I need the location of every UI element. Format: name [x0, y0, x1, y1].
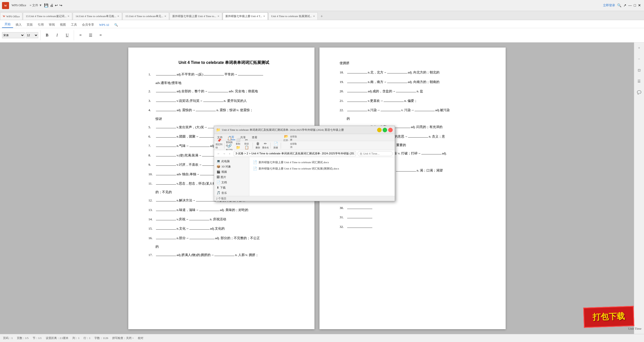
tab-5-active[interactable]: 新外研版七年级上册 Unit 4 T... ✕: [223, 12, 268, 20]
tab-6[interactable]: Unit 4 Time to celebrate 拓展测试... ✕: [268, 12, 318, 20]
redo-icon[interactable]: ↪: [59, 3, 62, 8]
tab-wps-home[interactable]: W WPS Office: [0, 12, 22, 20]
q22-cont: 的: [340, 116, 491, 121]
ribbon-tab-review[interactable]: 审阅: [46, 22, 57, 28]
status-jiaodui: 校对: [138, 336, 143, 340]
ribbon-tab-reference[interactable]: 引用: [35, 22, 46, 28]
menu-file[interactable]: ≡ 文件 ▼: [29, 3, 43, 8]
fe-delete-btn[interactable]: 🗑 删除: [254, 142, 261, 149]
fe-up-btn[interactable]: ↑: [227, 151, 232, 156]
fe-sep-3: [270, 143, 271, 149]
close-icon[interactable]: ✕: [638, 3, 641, 8]
promo-badge[interactable]: 打包下载: [583, 306, 634, 328]
blank-15a: [156, 229, 176, 230]
italic-button[interactable]: I: [53, 32, 62, 38]
share-icon[interactable]: ↗: [623, 3, 626, 8]
fe-sidebar: 💻 此电脑 📦 3D 对象 🎬 视频 🖼 图片 📄 文档 ⬇ 下载: [214, 157, 249, 196]
fe-rename-btn[interactable]: ✏ 重命名: [262, 142, 269, 149]
fe-new-btn[interactable]: 📄 新建: [272, 142, 279, 149]
font-size-select[interactable]: 12: [26, 32, 38, 38]
fe-sidebar-video[interactable]: 🎬 视频: [215, 169, 248, 175]
fe-file-count: 2 个项目: [216, 197, 226, 200]
fe-copy-btn[interactable]: ⬜ 复制: [234, 138, 242, 145]
question-17: 17. adj.挤满人(物)的;拥挤的→n. 人群/v. 拥挤；: [148, 252, 299, 258]
fe-sep-1: [224, 143, 224, 149]
file-item-1[interactable]: 📄 新外研版七年级上册 Unit 4 Time to celebrate 词汇测…: [251, 159, 393, 165]
ribbon-tab-wpsai[interactable]: WPS AI: [97, 22, 112, 28]
fe-sidebar-pic[interactable]: 🖼 图片: [215, 175, 248, 180]
ribbon-tab-home[interactable]: 开始: [2, 21, 13, 28]
ribbon-tab-tools[interactable]: 工具: [68, 22, 79, 28]
page-1-title: Unit 4 Time to celebrate 单词表单词词汇拓展测试: [148, 60, 299, 65]
question-22: 22. n.污染→v. 污染→adj.被污染: [340, 107, 491, 113]
align-left-button[interactable]: ≡: [76, 32, 85, 38]
ribbon-tab-page[interactable]: 页面: [24, 22, 35, 28]
blank-15b: [189, 229, 210, 230]
search-icon[interactable]: 🔍: [617, 3, 621, 8]
blank-14a: [156, 220, 176, 220]
fe-nav-buttons: ← → ↑: [216, 151, 232, 156]
sidebar-zoom-in[interactable]: +: [636, 45, 643, 52]
ribbon-tab-view[interactable]: 视图: [57, 22, 68, 28]
fe-sidebar-3d[interactable]: 📦 3D 对象: [215, 164, 248, 169]
question-4: 4. adj. 震惊的→n. 震惊；惊讶/v. 使震惊；: [148, 107, 299, 113]
file1-name: 新外研版七年级上册 Unit 4 Time to celebrate 词汇测试.…: [259, 160, 329, 164]
page2-header: 使拥挤: [340, 60, 491, 66]
print-icon[interactable]: 🖨: [50, 4, 53, 8]
add-tab-button[interactable]: +: [318, 13, 325, 20]
status-settings: 设置距离：2.5厘米: [46, 336, 69, 340]
fe-select-all-btn[interactable]: 全部选择: [290, 135, 297, 142]
save-icon[interactable]: 💾: [44, 3, 48, 8]
fe-close-btn[interactable]: [388, 128, 393, 132]
tab-2[interactable]: 14.Unit 4 Time to celebrate单元检... ✕: [73, 12, 122, 20]
tab-1[interactable]: 13.Unit 4 Time to celebrate速记词... ✕: [23, 12, 72, 20]
fe-pic-icon: 🖼: [217, 175, 220, 179]
login-btn[interactable]: 立即登录: [603, 3, 615, 8]
bold-button[interactable]: B: [43, 32, 52, 38]
tab-3[interactable]: 15.Unit 4 Time to celebrate单元... ✕: [123, 12, 169, 20]
ribbon-tab-member[interactable]: 会员专享: [79, 22, 97, 28]
file-explorer: 📁 Unit 4 Time to celebrate 单词表词汇及拓展词汇测试清…: [214, 126, 395, 201]
align-right-button[interactable]: ≡: [96, 32, 105, 38]
fe-deselect-btn[interactable]: 全部取消: [290, 142, 297, 149]
fe-sidebar-pc[interactable]: 💻 此电脑: [215, 159, 248, 164]
question-16: 16. n.部分→adj. 部分的；不完整的；不公正: [148, 235, 299, 241]
ribbon-search[interactable]: 🔍: [112, 22, 120, 28]
minimize-icon[interactable]: —: [628, 4, 632, 8]
ribbon-tab-insert[interactable]: 插入: [13, 22, 24, 28]
file-item-2[interactable]: 📄 新外研版七年级上册 Unit 4 Time to celebrate 词汇拓…: [251, 165, 393, 172]
fe-sidebar-doc[interactable]: 📄 文档: [215, 180, 248, 185]
fe-cut-btn[interactable]: ✂ 剪切: [243, 138, 250, 145]
fe-minimize-btn[interactable]: [377, 128, 382, 132]
sidebar-nav[interactable]: ☰: [636, 78, 643, 85]
tab-4[interactable]: 新外研版七年级上册 Unit 4 Time to... ✕: [170, 12, 222, 20]
blank-12a: [156, 201, 176, 201]
blank-20a: [347, 92, 367, 92]
underline-button[interactable]: U: [63, 32, 72, 38]
fe-3d-icon: 📦: [217, 165, 220, 168]
maximize-icon[interactable]: □: [634, 4, 636, 8]
sidebar-zoom-out[interactable]: −: [636, 56, 643, 63]
fe-search-input[interactable]: [357, 151, 393, 156]
fe-open-btn[interactable]: 📂 打开·: [283, 135, 290, 142]
fe-sidebar-download[interactable]: ⬇ 下载: [215, 185, 248, 190]
fe-forward-btn[interactable]: →: [222, 151, 227, 156]
sidebar-fit[interactable]: ⊡: [636, 67, 643, 74]
fe-file-list: 📄 新外研版七年级上册 Unit 4 Time to celebrate 词汇测…: [249, 157, 395, 196]
blank-1b: [204, 75, 224, 75]
fe-back-btn[interactable]: ←: [216, 151, 221, 156]
question-30: 30.: [340, 205, 491, 211]
fe-sidebar-music[interactable]: 🎵 音乐: [215, 190, 248, 196]
fe-doc-icon: 📄: [217, 181, 220, 184]
fe-pin-btn[interactable]: 📌 固定到快 速访问: [216, 142, 223, 149]
font-family-select[interactable]: 宋体: [2, 32, 25, 38]
sidebar-comment[interactable]: 💬: [636, 89, 643, 96]
blank-26b: [396, 171, 416, 172]
fe-maximize-btn[interactable]: [383, 128, 387, 132]
ribbon-sep-1: [40, 30, 41, 40]
fe-ribbon-tab-view[interactable]: 查看: [251, 135, 258, 140]
align-center-button[interactable]: ☰: [86, 32, 95, 39]
status-page: 页码：1: [3, 336, 13, 340]
fe-address-input[interactable]: [234, 151, 356, 156]
undo-icon[interactable]: ↩: [55, 3, 58, 8]
